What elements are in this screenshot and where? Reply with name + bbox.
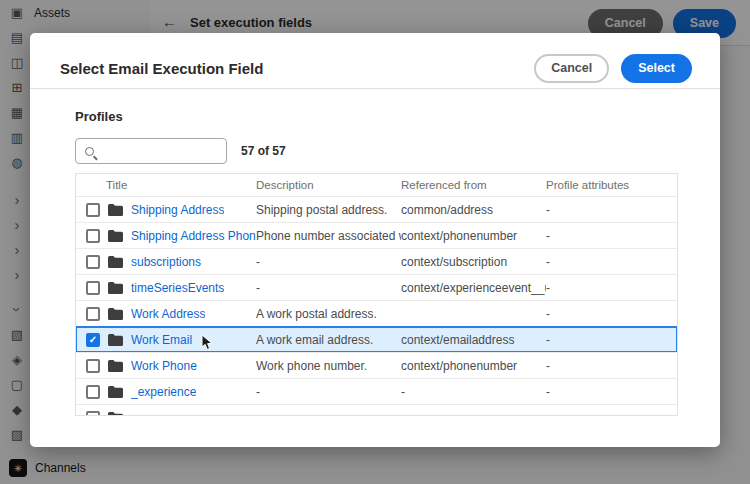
table-row[interactable]: Work Address A work postal address. - bbox=[76, 300, 677, 326]
row-title-link[interactable]: _experience bbox=[131, 385, 196, 399]
row-title-link[interactable]: Work Email bbox=[131, 333, 192, 347]
row-referenced-from: context/experienceevent__union bbox=[401, 281, 546, 295]
result-count: 57 of 57 bbox=[241, 144, 286, 158]
column-header-referenced-from: Referenced from bbox=[401, 179, 546, 191]
row-profile-attributes: - bbox=[546, 281, 677, 295]
row-profile-attributes: - bbox=[546, 203, 677, 217]
row-checkbox[interactable] bbox=[86, 359, 100, 373]
dialog-header: Select Email Execution Field Cancel Sele… bbox=[60, 54, 692, 83]
table-row[interactable]: timeSeriesEvents - context/experienceeve… bbox=[76, 274, 677, 300]
table-row[interactable]: Shipping Address Phone Phone number asso… bbox=[76, 222, 677, 248]
column-header-profile-attributes: Profile attributes bbox=[546, 179, 677, 191]
row-profile-attributes: - bbox=[546, 307, 677, 321]
column-header-description: Description bbox=[256, 179, 401, 191]
row-checkbox[interactable] bbox=[86, 203, 100, 217]
row-profile-attributes: - bbox=[546, 385, 677, 399]
row-checkbox[interactable] bbox=[86, 307, 100, 321]
select-email-execution-field-dialog: Select Email Execution Field Cancel Sele… bbox=[30, 33, 720, 447]
folder-icon bbox=[108, 204, 123, 216]
folder-icon bbox=[108, 230, 123, 242]
table-row[interactable]: subscriptions - context/subscription - bbox=[76, 248, 677, 274]
table-row-selected[interactable]: Work Email A work email address. context… bbox=[76, 326, 677, 352]
folder-icon bbox=[108, 282, 123, 294]
divider bbox=[30, 88, 720, 89]
folder-icon bbox=[108, 412, 123, 417]
dialog-cancel-button[interactable]: Cancel bbox=[534, 54, 609, 83]
row-profile-attributes: - bbox=[546, 359, 677, 373]
column-header-title: Title bbox=[76, 179, 256, 191]
row-referenced-from: context/phonenumber bbox=[401, 359, 546, 373]
folder-icon bbox=[108, 360, 123, 372]
table-row[interactable]: Shipping Address Shipping postal address… bbox=[76, 196, 677, 222]
row-referenced-from: - bbox=[401, 385, 546, 399]
row-referenced-from: common/address bbox=[401, 203, 546, 217]
dialog-title: Select Email Execution Field bbox=[60, 60, 263, 77]
row-title-link[interactable]: Shipping Address Phone bbox=[131, 229, 256, 243]
section-label-profiles: Profiles bbox=[75, 109, 123, 124]
row-title-link[interactable]: Work Address bbox=[131, 307, 205, 321]
row-referenced-from: context/subscription bbox=[401, 255, 546, 269]
table-row-partial[interactable] bbox=[76, 404, 677, 416]
row-checkbox[interactable] bbox=[86, 229, 100, 243]
search-field[interactable] bbox=[75, 138, 227, 164]
row-checkbox[interactable] bbox=[86, 281, 100, 295]
folder-icon bbox=[108, 334, 123, 346]
row-profile-attributes: - bbox=[546, 333, 677, 347]
profiles-table: Title Description Referenced from Profil… bbox=[75, 173, 678, 416]
row-description: - bbox=[256, 385, 401, 399]
table-header-row: Title Description Referenced from Profil… bbox=[76, 174, 677, 196]
search-icon bbox=[85, 147, 94, 156]
row-checkbox[interactable] bbox=[86, 385, 100, 399]
dialog-select-button[interactable]: Select bbox=[621, 54, 692, 83]
row-description: A work postal address. bbox=[256, 307, 401, 321]
row-description: A work email address. bbox=[256, 333, 401, 347]
row-description: - bbox=[256, 281, 401, 295]
row-description: Work phone number. bbox=[256, 359, 401, 373]
row-title-link[interactable]: timeSeriesEvents bbox=[131, 281, 224, 295]
row-title-link[interactable]: Work Phone bbox=[131, 359, 197, 373]
search-row: 57 of 57 bbox=[75, 138, 286, 164]
dialog-actions: Cancel Select bbox=[534, 54, 692, 83]
row-title-link[interactable]: Shipping Address bbox=[131, 203, 224, 217]
row-description: - bbox=[256, 255, 401, 269]
table-row[interactable]: Work Phone Work phone number. context/ph… bbox=[76, 352, 677, 378]
row-title-link[interactable]: subscriptions bbox=[131, 255, 201, 269]
row-referenced-from: context/emailaddress bbox=[401, 333, 546, 347]
row-referenced-from: context/phonenumber bbox=[401, 229, 546, 243]
folder-icon bbox=[108, 256, 123, 268]
row-description: Phone number associated with ship bbox=[256, 229, 401, 243]
folder-icon bbox=[108, 308, 123, 320]
row-description: Shipping postal address. bbox=[256, 203, 401, 217]
search-input[interactable] bbox=[94, 139, 249, 163]
row-checkbox[interactable] bbox=[86, 333, 100, 347]
row-checkbox[interactable] bbox=[86, 411, 100, 417]
folder-icon bbox=[108, 386, 123, 398]
row-profile-attributes: - bbox=[546, 255, 677, 269]
row-profile-attributes: - bbox=[546, 229, 677, 243]
table-row[interactable]: _experience - - - bbox=[76, 378, 677, 404]
row-checkbox[interactable] bbox=[86, 255, 100, 269]
